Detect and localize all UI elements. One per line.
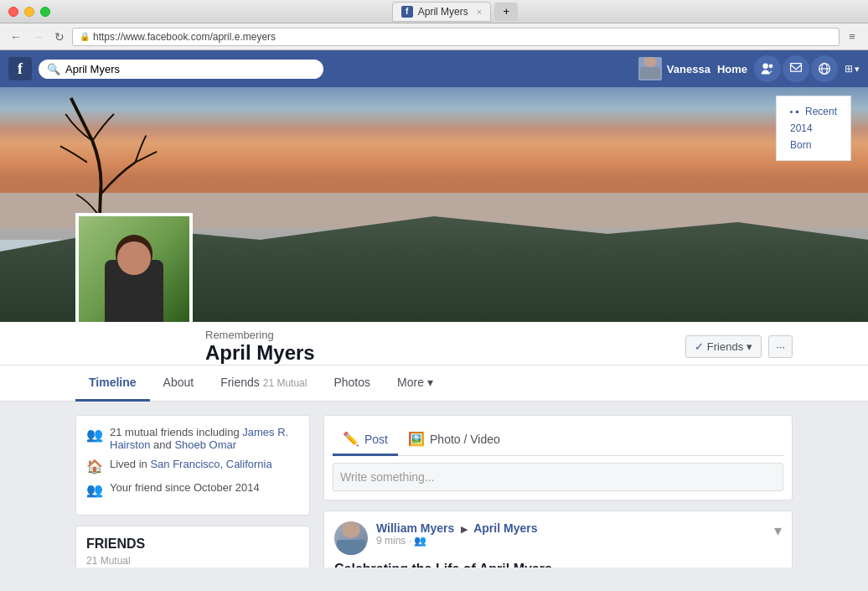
story-avatar-image: [334, 521, 368, 555]
title-bar: f April Myers × +: [0, 0, 868, 23]
post-tab-label: Post: [364, 433, 388, 446]
more-dropdown-icon: ▾: [427, 376, 433, 389]
city-link[interactable]: San Francisco, California: [150, 458, 271, 470]
search-input[interactable]: [65, 63, 315, 75]
story-expand-button[interactable]: ▾: [774, 521, 782, 540]
story-header: William Myers ▶ April Myers 9 mins · 👥 ▾: [334, 521, 782, 555]
favicon: f: [401, 6, 413, 18]
mutual-friends-item: 👥 21 mutual friends including James R. H…: [86, 426, 299, 451]
cover-photo[interactable]: Recent 2014 Born: [0, 87, 868, 322]
tab-about-label: About: [163, 376, 194, 389]
lived-in-text: Lived in San Francisco, California: [110, 458, 272, 470]
mutual-friends-text: 21 mutual friends including James R. Hai…: [110, 426, 299, 451]
fb-search-bar[interactable]: 🔍: [39, 60, 323, 79]
facebook-page: f 🔍 Vanessa Home: [0, 50, 868, 568]
tab-photos[interactable]: Photos: [320, 365, 384, 402]
url-text: https://www.facebook.com/april.e.meyers: [93, 31, 276, 43]
photo-video-tab[interactable]: 🖼️ Photo / Video: [398, 424, 510, 456]
friends-icon: [761, 62, 774, 75]
story-audience-icon: · 👥: [409, 535, 427, 547]
address-bar[interactable]: 🔒 https://www.facebook.com/april.e.meyer…: [72, 28, 840, 46]
tab-title: April Myers: [418, 6, 468, 18]
story-direction-icon: ▶: [461, 524, 470, 534]
timeline-2014[interactable]: 2014: [790, 120, 837, 137]
timeline-sidebar: Recent 2014 Born: [776, 96, 851, 161]
profile-header-bottom: Remembering April Myers ✓ Friends ▾ ···: [0, 322, 868, 365]
tab-friends-label: Friends: [220, 376, 260, 389]
tab-about[interactable]: About: [150, 365, 208, 402]
info-box: 👥 21 mutual friends including James R. H…: [75, 415, 310, 516]
left-column: 👥 21 mutual friends including James R. H…: [75, 415, 310, 568]
city-item: 🏠 Lived in San Francisco, California: [86, 458, 299, 474]
friends-button-label: Friends: [707, 340, 743, 353]
tab-friends[interactable]: Friends 21 Mutual: [207, 365, 320, 402]
post-placeholder: Write something...: [340, 470, 435, 484]
friend-since-icon: 👥: [86, 482, 103, 498]
apps-dropdown-button[interactable]: ⊞ ▾: [845, 63, 860, 75]
fb-logo[interactable]: f: [8, 57, 32, 80]
close-button[interactable]: [8, 7, 18, 17]
friend2-link[interactable]: Shoeb Omar: [174, 438, 236, 451]
globe-icon-button[interactable]: [811, 55, 838, 82]
friends-dropdown-icon: ▾: [747, 340, 752, 353]
profile-content: 👥 21 mutual friends including James R. H…: [0, 402, 868, 568]
profile-photo-image: [79, 216, 189, 322]
friends-icon-button[interactable]: [754, 55, 781, 82]
post-tab[interactable]: ✏️ Post: [333, 424, 398, 456]
profile-actions: ✓ Friends ▾ ···: [685, 335, 793, 365]
tab-more-label: More: [397, 376, 424, 389]
back-button[interactable]: ←: [7, 28, 25, 46]
search-icon: 🔍: [47, 63, 60, 75]
nav-user-area[interactable]: Vanessa: [638, 57, 710, 80]
nav-home-link[interactable]: Home: [717, 63, 747, 75]
friends-section: FRIENDS 21 Mutual Jodi Seth: [75, 526, 310, 568]
refresh-button[interactable]: ↻: [50, 28, 69, 46]
story-names: William Myers ▶ April Myers: [376, 521, 766, 535]
profile-picture-container: [75, 213, 193, 322]
story-card: William Myers ▶ April Myers 9 mins · 👥 ▾…: [323, 511, 793, 568]
friends-button[interactable]: ✓ Friends ▾: [685, 335, 762, 358]
traffic-lights: [8, 7, 50, 17]
globe-icon: [818, 62, 831, 75]
minimize-button[interactable]: [24, 7, 34, 17]
friends-section-header: FRIENDS: [86, 537, 299, 552]
nav-icons: [754, 55, 838, 82]
forward-button[interactable]: →: [28, 28, 47, 46]
maximize-button[interactable]: [40, 7, 50, 17]
story-author-link[interactable]: William Myers: [376, 521, 454, 535]
browser-tab[interactable]: f April Myers ×: [392, 2, 491, 22]
window-chrome: f April Myers × + ← → ↻ 🔒 https://www.fa…: [0, 0, 868, 50]
profile-section: Recent 2014 Born: [0, 87, 868, 402]
tab-close-button[interactable]: ×: [477, 7, 482, 17]
svg-point-0: [762, 64, 767, 69]
tab-timeline[interactable]: Timeline: [75, 365, 150, 402]
timeline-2014-label: 2014: [790, 122, 813, 134]
new-tab-button[interactable]: +: [494, 3, 518, 21]
post-input[interactable]: Write something...: [333, 463, 783, 491]
browser-menu-button[interactable]: ≡: [843, 28, 861, 46]
story-recipient-link[interactable]: April Myers: [473, 521, 537, 535]
messages-icon: [789, 62, 803, 75]
svg-point-1: [769, 64, 773, 68]
nav-username[interactable]: Vanessa: [667, 63, 710, 75]
friends-info-icon: 👥: [86, 427, 103, 443]
fb-logo-text: f: [18, 60, 23, 78]
tab-timeline-label: Timeline: [89, 376, 137, 389]
profile-name-area: Remembering April Myers: [75, 322, 685, 365]
nav-avatar: [638, 57, 662, 80]
profile-picture[interactable]: [75, 213, 193, 322]
profile-tabs: Timeline About Friends 21 Mutual Photos …: [0, 365, 868, 402]
more-button[interactable]: ···: [768, 335, 793, 358]
security-icon: 🔒: [80, 32, 90, 41]
story-title: Celebrating the Life of April Myers: [334, 562, 782, 568]
timeline-born[interactable]: Born: [790, 137, 837, 153]
remembering-text: Remembering: [205, 329, 685, 341]
timeline-recent[interactable]: Recent: [790, 103, 837, 120]
friends-section-subheader: 21 Mutual: [86, 555, 299, 567]
post-icon: ✏️: [343, 431, 359, 447]
story-author-avatar[interactable]: [334, 521, 368, 555]
right-column: ✏️ Post 🖼️ Photo / Video Write something…: [323, 415, 793, 568]
photo-icon: 🖼️: [408, 431, 425, 447]
tab-more[interactable]: More ▾: [384, 365, 447, 402]
messages-icon-button[interactable]: [783, 55, 809, 82]
